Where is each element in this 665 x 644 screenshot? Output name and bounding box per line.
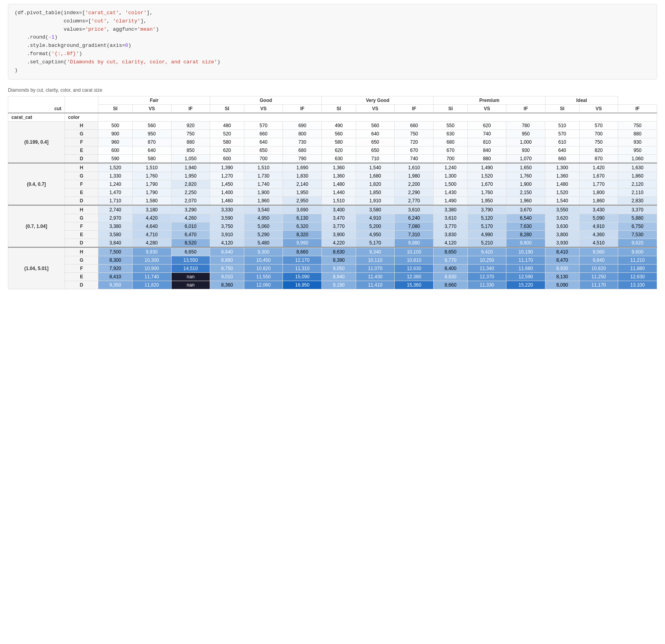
data-cell: 630 <box>322 155 356 163</box>
data-cell: 5,120 <box>467 214 506 222</box>
color-label: H <box>65 248 98 256</box>
group-label: (1.04, 5.01] <box>8 248 65 289</box>
data-cell: 8,320 <box>283 231 322 239</box>
data-cell: 9,880 <box>395 239 434 248</box>
data-cell: 8,280 <box>506 231 545 239</box>
data-cell: 820 <box>579 146 618 155</box>
data-cell: 3,380 <box>98 222 132 231</box>
data-cell: 3,840 <box>98 239 132 248</box>
data-cell: 3,620 <box>545 214 579 222</box>
data-cell: 3,910 <box>210 231 244 239</box>
data-cell: 700 <box>434 155 467 163</box>
data-cell: 2,150 <box>506 189 545 197</box>
data-cell: 1,460 <box>210 197 244 205</box>
data-cell: 560 <box>132 122 171 130</box>
data-cell: 1,510 <box>244 164 283 172</box>
data-cell: 680 <box>283 146 322 155</box>
data-cell: 1,730 <box>244 172 283 180</box>
data-cell: 620 <box>467 122 506 130</box>
data-cell: 4,510 <box>579 239 618 248</box>
color-label: G <box>65 214 98 222</box>
data-cell: 7,630 <box>506 222 545 231</box>
data-cell: 1,400 <box>210 189 244 197</box>
data-cell: 790 <box>283 155 322 163</box>
data-cell: 8,750 <box>210 265 244 273</box>
th-vg-if: IF <box>395 105 434 113</box>
data-cell: 6,650 <box>171 248 210 256</box>
data-cell: 3,180 <box>132 206 171 214</box>
data-cell: 1,470 <box>98 189 132 197</box>
data-cell: 950 <box>506 130 545 138</box>
th-good: Good <box>210 96 322 105</box>
data-cell: 800 <box>283 130 322 138</box>
data-cell: 580 <box>322 138 356 146</box>
data-cell: 570 <box>244 122 283 130</box>
data-cell: 3,470 <box>322 214 356 222</box>
data-cell: 640 <box>356 130 395 138</box>
th-color-label <box>65 96 98 113</box>
data-cell: 720 <box>395 138 434 146</box>
color-label: G <box>65 130 98 138</box>
table-row: E3,5804,7106,4703,9105,2908,3203,9004,95… <box>8 231 657 239</box>
data-cell: 1,830 <box>283 172 322 180</box>
data-cell: 10,810 <box>395 256 434 265</box>
data-cell: 4,220 <box>322 239 356 248</box>
data-cell: 6,540 <box>506 214 545 222</box>
data-cell: 1,360 <box>322 172 356 180</box>
data-cell: 1,300 <box>545 164 579 172</box>
data-cell: 1,960 <box>244 197 283 205</box>
color-label: D <box>65 281 98 289</box>
data-cell: 1,610 <box>395 164 434 172</box>
data-cell: 5,200 <box>356 222 395 231</box>
data-cell: 590 <box>98 155 132 163</box>
data-cell: 5,170 <box>467 222 506 231</box>
data-cell: 580 <box>210 138 244 146</box>
table-row: F1,2401,7902,8201,4501,7402,1401,4801,82… <box>8 180 657 189</box>
data-cell: 740 <box>467 130 506 138</box>
data-cell: 1,900 <box>244 189 283 197</box>
color-label: F <box>65 265 98 273</box>
data-cell: 620 <box>210 146 244 155</box>
th-carat-label: cut <box>8 96 65 113</box>
data-cell: 880 <box>171 138 210 146</box>
color-label: G <box>65 256 98 265</box>
data-cell: 8,360 <box>210 281 244 289</box>
color-label: G <box>65 172 98 180</box>
color-label: D <box>65 197 98 205</box>
data-cell: 11,550 <box>244 273 283 281</box>
data-cell: 3,690 <box>283 206 322 214</box>
table-row: G1,3301,7601,9501,2701,7301,8301,3601,68… <box>8 172 657 180</box>
data-cell: 2,950 <box>283 197 322 205</box>
data-cell: 680 <box>434 138 467 146</box>
data-cell: 930 <box>506 146 545 155</box>
data-cell: 1,820 <box>356 180 395 189</box>
data-cell: 8,130 <box>545 273 579 281</box>
data-cell: 12,060 <box>244 281 283 289</box>
data-cell: 730 <box>283 138 322 146</box>
data-cell: 9,930 <box>132 248 171 256</box>
data-cell: 1,520 <box>467 172 506 180</box>
data-cell: 12,170 <box>283 256 322 265</box>
data-cell: 1,070 <box>506 155 545 163</box>
th-prem-if: IF <box>506 105 545 113</box>
data-cell: 900 <box>98 130 132 138</box>
data-cell: 11,740 <box>132 273 171 281</box>
table-row: G900950750520660800560640750630740950570… <box>8 130 657 138</box>
code-block: (df.pivot_table(index=['carat_cat', 'col… <box>8 4 657 80</box>
data-cell: 500 <box>98 122 132 130</box>
data-cell: 610 <box>545 138 579 146</box>
data-cell: 13,100 <box>618 281 657 289</box>
data-cell: 3,430 <box>579 206 618 214</box>
data-cell: 3,770 <box>434 222 467 231</box>
data-cell: 4,120 <box>210 239 244 248</box>
table-row: D1,7101,5802,0701,4601,9602,9501,5101,91… <box>8 197 657 205</box>
data-cell: 1,960 <box>506 197 545 205</box>
data-cell: 10,250 <box>467 256 506 265</box>
data-cell: 4,950 <box>356 231 395 239</box>
data-cell: 600 <box>210 155 244 163</box>
data-cell: 4,360 <box>579 231 618 239</box>
data-cell: 5,090 <box>579 214 618 222</box>
data-cell: 2,820 <box>171 180 210 189</box>
color-label: H <box>65 164 98 172</box>
data-cell: 8,660 <box>283 248 322 256</box>
